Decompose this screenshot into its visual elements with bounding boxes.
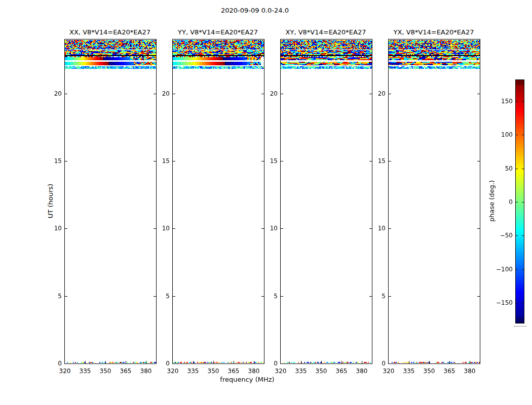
xtick-mark (409, 361, 409, 363)
colorbar-tick-mark (522, 101, 524, 102)
xtick-mark (321, 361, 322, 363)
panel-xy-heatmap (281, 39, 372, 363)
xtick-label: 320 (57, 367, 73, 375)
panel-title-yx: YX, V8*V14=EA20*EA27 (383, 28, 484, 36)
panel-yx-frame (388, 39, 480, 364)
ytick-mark (65, 94, 67, 94)
x-axis-label: frequency (MHz) (197, 376, 298, 383)
xtick-label: 365 (225, 367, 242, 375)
ytick-mark (173, 228, 175, 229)
xtick-label: 335 (185, 367, 201, 375)
xtick-label: 335 (77, 367, 93, 375)
colorbar-tick-label: −150 (487, 299, 513, 307)
ytick-mark (65, 296, 67, 297)
ytick-mark (173, 161, 175, 161)
xtick-label: 335 (293, 367, 309, 375)
panel-title-xy: XY, V8*V14=EA20*EA27 (275, 28, 376, 36)
colorbar-dotted-edge (514, 326, 526, 327)
xtick-mark (362, 361, 362, 363)
xtick-label: 335 (401, 367, 417, 375)
colorbar-tick-mark (516, 269, 518, 270)
colorbar-tick-label: −100 (487, 265, 513, 273)
colorbar-frame (515, 79, 524, 323)
panel-yx-heatmap (389, 39, 480, 363)
ytick-label: 10 (42, 224, 62, 232)
colorbar-tick-mark (522, 269, 524, 270)
xtick-mark (193, 361, 194, 363)
ytick-label: 0 (365, 359, 386, 368)
xtick-label: 350 (205, 367, 221, 375)
xtick-mark (449, 361, 450, 363)
xtick-label: 320 (273, 367, 289, 375)
ytick-mark (65, 228, 67, 229)
ytick-mark (281, 228, 283, 229)
xtick-label: 365 (441, 367, 458, 375)
ytick-mark (173, 94, 175, 94)
ytick-mark (477, 296, 480, 297)
xtick-mark (301, 361, 301, 363)
colorbar-tick-mark (522, 202, 524, 202)
xtick-label: 380 (354, 367, 370, 375)
ytick-mark (389, 161, 391, 161)
colorbar-tick-mark (516, 235, 518, 236)
colorbar-tick-mark (516, 202, 518, 202)
colorbar-tick-label: 50 (487, 165, 513, 173)
colorbar-tick-label: −50 (487, 231, 513, 239)
ytick-mark (477, 228, 480, 229)
xtick-label: 365 (333, 367, 350, 375)
ytick-mark (281, 296, 283, 297)
ytick-mark (389, 296, 391, 297)
ytick-label: 15 (42, 157, 62, 165)
ytick-label: 5 (365, 292, 386, 300)
colorbar (516, 80, 524, 323)
figure: 2020-09-09 0.0-24.0 XX, V8*V14=EA20*EA27… (0, 0, 532, 405)
xtick-mark (341, 361, 342, 363)
ytick-label: 5 (42, 292, 62, 300)
colorbar-label: phase (deg.) (488, 180, 496, 222)
xtick-mark (85, 361, 86, 363)
ytick-mark (281, 161, 283, 161)
xtick-label: 320 (381, 367, 397, 375)
panel-title-xx: XX, V8*V14=EA20*EA27 (59, 28, 161, 36)
ytick-mark (389, 228, 391, 229)
panel-xy-frame (280, 39, 372, 364)
xtick-label: 350 (97, 367, 113, 375)
xtick-mark (213, 361, 214, 363)
xtick-mark (234, 361, 234, 363)
ytick-label: 20 (149, 90, 170, 98)
xtick-mark (126, 361, 126, 363)
ytick-mark (389, 94, 391, 94)
ytick-mark (281, 94, 283, 94)
y-axis-label: UT (hours) (47, 184, 54, 218)
colorbar-tick-label: 150 (487, 97, 513, 105)
ytick-label: 20 (257, 90, 278, 98)
xtick-mark (146, 361, 146, 363)
ytick-label: 10 (365, 224, 386, 232)
colorbar-tick-mark (516, 169, 518, 169)
colorbar-tick-mark (522, 303, 524, 303)
panel-title-yy: YY, V8*V14=EA20*EA27 (167, 28, 269, 36)
colorbar-tick-mark (516, 303, 518, 303)
colorbar-tick-mark (516, 101, 518, 102)
xtick-mark (105, 361, 106, 363)
xtick-mark (254, 361, 254, 363)
xtick-label: 365 (118, 367, 134, 375)
ytick-label: 20 (365, 90, 386, 98)
ytick-label: 5 (149, 292, 170, 300)
ytick-label: 10 (149, 224, 170, 232)
ytick-label: 15 (365, 157, 386, 165)
panel-xx-frame (64, 39, 157, 364)
ytick-label: 5 (257, 292, 278, 300)
ytick-label: 10 (257, 224, 278, 232)
ytick-label: 0 (149, 359, 170, 368)
colorbar-tick-mark (522, 169, 524, 169)
xtick-mark (429, 361, 430, 363)
ytick-mark (65, 161, 67, 161)
panel-yy-heatmap (173, 39, 264, 363)
ytick-label: 15 (257, 157, 278, 165)
panel-yy-frame (172, 39, 264, 364)
xtick-label: 380 (246, 367, 262, 375)
ytick-mark (477, 161, 480, 161)
ytick-mark (173, 296, 175, 297)
panels-container: XX, V8*V14=EA20*EA2705101520320335350365… (0, 0, 532, 405)
